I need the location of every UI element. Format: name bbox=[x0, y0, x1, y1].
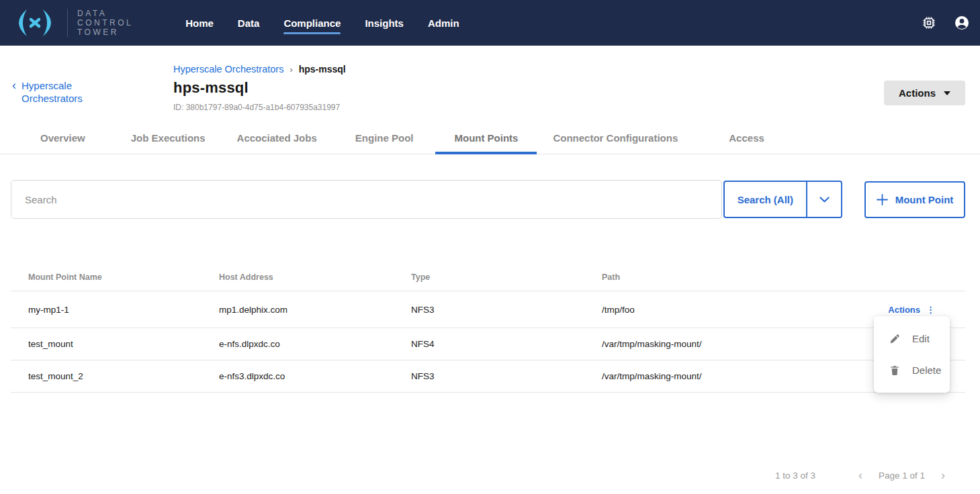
pagination-bar: 1 to 3 of 3 ‹ Page 1 of 1 › bbox=[0, 456, 980, 494]
cell-path: /var/tmp/masking-mount/ bbox=[602, 339, 851, 349]
row-actions-button[interactable]: Actions ⋮ bbox=[888, 305, 965, 315]
page-title: hps-mssql bbox=[173, 79, 346, 97]
user-avatar-icon[interactable] bbox=[954, 15, 969, 30]
breadcrumb: Hyperscale Orchestrators › hps-mssql bbox=[173, 64, 346, 75]
menu-item-edit-label: Edit bbox=[912, 333, 930, 344]
back-link-label: Hyperscale Orchestrators bbox=[21, 79, 97, 105]
brand-text: DATA CONTROL TOWER bbox=[77, 9, 133, 37]
delphix-logo-icon bbox=[9, 7, 60, 39]
brand-logo[interactable]: DATA CONTROL TOWER bbox=[9, 7, 133, 39]
cell-mount-point-name: test_mount bbox=[28, 339, 219, 349]
page-actions-button[interactable]: Actions bbox=[884, 81, 965, 105]
breadcrumb-separator-icon: › bbox=[289, 64, 292, 75]
search-split-button: Search (All) bbox=[723, 181, 842, 218]
col-header-type: Type bbox=[411, 273, 602, 282]
tab-overview[interactable]: Overview bbox=[40, 126, 85, 154]
tab-accociated-jobs[interactable]: Accociated Jobs bbox=[237, 126, 317, 154]
row-actions-label: Actions bbox=[888, 305, 920, 315]
chip-icon[interactable] bbox=[922, 15, 936, 30]
tab-bar: Overview Job Executions Accociated Jobs … bbox=[0, 126, 980, 154]
search-scope-dropdown[interactable] bbox=[807, 182, 841, 217]
cell-host-address: e-nfs.dlpxdc.co bbox=[219, 339, 411, 349]
nav-item-home[interactable]: Home bbox=[185, 12, 214, 34]
menu-item-delete-label: Delete bbox=[912, 364, 941, 376]
tab-mount-points[interactable]: Mount Points bbox=[454, 126, 518, 154]
menu-item-edit[interactable]: Edit bbox=[874, 323, 950, 354]
top-navbar: DATA CONTROL TOWER Home Data Compliance … bbox=[0, 0, 980, 46]
plus-icon bbox=[877, 194, 888, 205]
primary-nav: Home Data Compliance Insights Admin bbox=[185, 12, 459, 34]
trash-icon bbox=[889, 365, 900, 376]
chevron-left-icon: ‹ bbox=[12, 79, 16, 105]
kebab-vertical-icon: ⋮ bbox=[926, 305, 935, 314]
logo-divider bbox=[67, 9, 68, 37]
col-header-mount-point-name: Mount Point Name bbox=[28, 273, 219, 282]
cell-path: /tmp/foo bbox=[602, 305, 851, 315]
search-input[interactable] bbox=[11, 180, 722, 219]
page-header: ‹ Hyperscale Orchestrators Hyperscale Or… bbox=[0, 46, 980, 126]
col-header-host-address: Host Address bbox=[219, 273, 411, 282]
table-row[interactable]: my-mp1-1 mp1.delphix.com NFS3 /tmp/foo A… bbox=[11, 291, 965, 328]
cell-path: /var/tmp/masking-mount/ bbox=[602, 371, 851, 381]
brand-line-3: TOWER bbox=[77, 28, 133, 37]
caret-down-icon bbox=[944, 91, 950, 95]
nav-item-compliance[interactable]: Compliance bbox=[283, 12, 341, 34]
search-all-button-label: Search (All) bbox=[738, 194, 793, 205]
nav-item-insights[interactable]: Insights bbox=[365, 12, 404, 34]
pagination-prev-icon[interactable]: ‹ bbox=[858, 469, 862, 481]
menu-item-delete[interactable]: Delete bbox=[874, 354, 950, 386]
table-header-row: Mount Point Name Host Address Type Path bbox=[11, 264, 965, 291]
table-row[interactable]: test_mount_2 e-nfs3.dlpxdc.co NFS3 /var/… bbox=[11, 360, 965, 393]
back-link[interactable]: ‹ Hyperscale Orchestrators bbox=[12, 79, 97, 105]
tab-access[interactable]: Access bbox=[729, 126, 764, 154]
add-mount-point-label: Mount Point bbox=[895, 194, 954, 205]
add-mount-point-button[interactable]: Mount Point bbox=[864, 181, 965, 218]
breadcrumb-current: hps-mssql bbox=[299, 64, 346, 75]
nav-item-admin[interactable]: Admin bbox=[428, 12, 459, 34]
pencil-icon bbox=[889, 334, 900, 344]
cell-mount-point-name: test_mount_2 bbox=[28, 371, 219, 381]
chevron-down-icon bbox=[819, 197, 830, 203]
table-row[interactable]: test_mount e-nfs.dlpxdc.co NFS4 /var/tmp… bbox=[11, 328, 965, 360]
title-block: Hyperscale Orchestrators › hps-mssql hps… bbox=[173, 64, 346, 112]
cell-type: NFS4 bbox=[411, 339, 602, 349]
navbar-right bbox=[922, 15, 969, 30]
pagination-range: 1 to 3 of 3 bbox=[775, 471, 815, 481]
pagination-next-icon[interactable]: › bbox=[941, 469, 945, 481]
pagination-page-text: Page 1 of 1 bbox=[879, 471, 925, 481]
search-toolbar: Search (All) Mount Point bbox=[0, 180, 980, 219]
cell-host-address: e-nfs3.dlpxdc.co bbox=[219, 371, 411, 381]
mount-points-table: Mount Point Name Host Address Type Path … bbox=[11, 264, 965, 393]
tab-engine-pool[interactable]: Engine Pool bbox=[355, 126, 414, 154]
cell-mount-point-name: my-mp1-1 bbox=[28, 305, 219, 315]
tab-job-executions[interactable]: Job Executions bbox=[131, 126, 206, 154]
breadcrumb-parent-link[interactable]: Hyperscale Orchestrators bbox=[173, 64, 283, 75]
cell-type: NFS3 bbox=[411, 305, 602, 315]
page-actions-button-label: Actions bbox=[899, 87, 936, 99]
brand-line-1: DATA bbox=[77, 9, 133, 18]
page-id: ID: 380b1797-89a0-4d75-a1b4-607935a31997 bbox=[173, 103, 346, 112]
nav-item-data[interactable]: Data bbox=[238, 12, 260, 34]
col-header-path: Path bbox=[602, 273, 851, 282]
cell-type: NFS3 bbox=[411, 371, 602, 381]
search-all-button[interactable]: Search (All) bbox=[725, 182, 807, 217]
row-actions-menu: Edit Delete bbox=[874, 316, 950, 393]
cell-host-address: mp1.delphix.com bbox=[219, 305, 411, 315]
tab-connector-configurations[interactable]: Connector Configurations bbox=[553, 126, 678, 154]
brand-line-2: CONTROL bbox=[77, 18, 133, 28]
